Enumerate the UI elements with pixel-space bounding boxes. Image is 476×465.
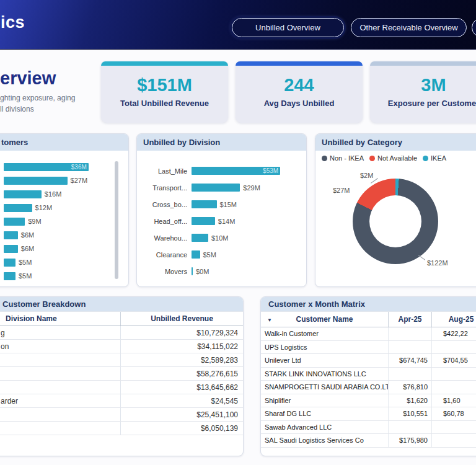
table-row[interactable]: STARK LINK INNOVATIONS LLC [261, 368, 476, 381]
donut-callout-line [418, 255, 425, 260]
page-subtitle-line1: ghting exposure, aging [0, 94, 75, 102]
aug-25-value-cell [431, 421, 476, 434]
aug-25-value-cell [431, 381, 476, 394]
column-header-aug-25[interactable]: Aug-25 [431, 312, 476, 327]
apr-25-value-cell: $1,620 [388, 394, 431, 407]
apr-25-value-cell [388, 421, 431, 434]
division-bar-chart: Last_Mile$53MTransport...$29MCross_bo...… [142, 162, 301, 280]
customer-bar-row: $36M [4, 160, 117, 174]
customer-bar[interactable] [4, 218, 25, 226]
division-bar[interactable] [192, 184, 240, 192]
aug-25-value-cell [431, 434, 476, 447]
customer-bar[interactable] [4, 190, 42, 198]
bar-value-label: $15M [220, 201, 237, 208]
unbilled-revenue-cell: $10,729,324 [120, 326, 243, 339]
legend-item[interactable]: IKEA [423, 154, 446, 162]
division-name-cell [0, 381, 120, 394]
bar-value-label: $53M [263, 167, 278, 174]
division-bar[interactable] [192, 250, 200, 259]
kpi-accent-bar [236, 61, 363, 66]
table-row[interactable]: $58,276,615 [0, 367, 243, 381]
table-row[interactable]: SAL Saudi Logistics Services Co$175,980 [261, 434, 476, 448]
table-row[interactable]: Unilever Ltd$674,745$704,55 [261, 354, 476, 368]
customer-name-cell: Shiplifier [261, 394, 388, 407]
customer-bar-row: $9M [4, 215, 117, 228]
bar-value-label: $10M [211, 234, 229, 242]
kpi-total-unbilled-revenue: $151M Total Unbilled Revenue [101, 61, 228, 123]
customer-bar-row: $5M [4, 269, 117, 283]
bar-value-label: $29M [243, 184, 260, 192]
table-row[interactable]: $6,050,139 [0, 422, 243, 435]
aug-25-value-cell [431, 368, 476, 381]
division-bar[interactable] [192, 200, 217, 208]
table-row[interactable]: Sharaf DG LLC$10,551$60,78 [261, 407, 476, 421]
vertical-scrollbar[interactable] [115, 161, 118, 279]
customer-name-cell: Sharaf DG LLC [261, 407, 388, 420]
table-row[interactable]: on$34,115,022 [0, 340, 243, 353]
bar-value-label: $5M [203, 251, 216, 259]
bar-value-label: $16M [45, 190, 62, 198]
customer-name-cell: UPS Logistics [261, 341, 388, 354]
table-header-row: Division Name Unbilled Revenue [0, 311, 243, 326]
table-row[interactable]: Shiplifier$1,620$1,60 [261, 394, 476, 408]
customer-bar[interactable]: $36M [4, 163, 89, 171]
chart-title: Unbilled by Division [143, 138, 220, 147]
division-bar-row: Cross_bo...$15M [142, 196, 301, 213]
customer-bar[interactable] [4, 204, 32, 212]
table-row[interactable]: $2,589,283 [0, 353, 243, 367]
tab-partial[interactable] [472, 18, 476, 37]
kpi-avg-days-unbilled: 244 Avg Days Unbilled [236, 61, 363, 123]
customer-bar[interactable] [4, 177, 68, 185]
customer-bar[interactable] [4, 272, 15, 280]
legend-item[interactable]: Not Available [369, 154, 417, 162]
table-row[interactable]: $25,451,100 [0, 408, 243, 422]
table-row[interactable]: $13,645,662 [0, 381, 243, 394]
division-name-cell [0, 367, 120, 380]
legend-label: IKEA [431, 154, 446, 162]
division-bar[interactable]: $53M [192, 167, 280, 175]
customer-bar[interactable] [4, 259, 15, 267]
division-bar-row: Clearance$5M [142, 246, 301, 263]
customer-bar-row: $27M [4, 174, 117, 187]
bar-value-label: $5M [19, 259, 32, 266]
category-donut-chart[interactable] [353, 179, 438, 264]
table-row[interactable]: Sawab Advanced LLC [261, 421, 476, 435]
customer-bar[interactable] [4, 245, 18, 253]
page-subtitle-line2: ll divisions [0, 105, 34, 113]
column-header-unbilled-revenue[interactable]: Unbilled Revenue [120, 312, 243, 326]
apr-25-value-cell [388, 327, 431, 340]
tab-other-receivable-overview[interactable]: Other Receivable Overview [351, 18, 467, 37]
chart-title: Unbilled by Category [322, 138, 402, 147]
matrix-table-body: Walk-in Customer$422,22UPS LogisticsUnil… [261, 327, 476, 448]
legend-swatch [322, 156, 327, 161]
table-row[interactable]: arder$24,545 [0, 394, 243, 408]
table-row[interactable]: Walk-in Customer$422,22 [261, 327, 476, 341]
division-bar[interactable] [192, 267, 193, 275]
division-bar-row: Head_off...$14M [142, 213, 301, 229]
unbilled-revenue-cell: $58,276,615 [120, 367, 243, 380]
kpi-accent-bar [101, 61, 228, 66]
division-bar[interactable] [192, 234, 208, 242]
customer-name-cell: STARK LINK INNOVATIONS LLC [261, 368, 388, 381]
table-row[interactable]: SNAMPROGETTI SAUDI ARABIA CO.LTD$76,810 [261, 381, 476, 394]
column-header-customer-name[interactable]: Customer Name [261, 312, 388, 327]
donut-label-ikea: $2M [360, 172, 373, 179]
aug-25-value-cell: $704,55 [431, 354, 476, 367]
sort-descending-icon[interactable]: ▼ [267, 317, 272, 323]
column-header-apr-25[interactable]: Apr-25 [388, 312, 431, 327]
division-bar[interactable] [192, 217, 215, 225]
division-name-cell [0, 408, 120, 421]
donut-legend: Non - IKEANot AvailableIKEA [322, 154, 446, 162]
table-row[interactable]: UPS Logistics [261, 341, 476, 355]
customer-bar[interactable] [4, 231, 18, 239]
breakdown-table-body: g$10,729,324on$34,115,022$2,589,283$58,2… [0, 326, 243, 435]
tab-unbilled-overview[interactable]: Unbilled Overview [232, 18, 344, 37]
column-header-division-name[interactable]: Division Name [0, 312, 120, 326]
kpi-accent-bar [370, 61, 476, 66]
table-row[interactable]: g$10,729,324 [0, 326, 243, 340]
bar-value-label: $9M [28, 218, 41, 225]
customer-bar-row: $6M [4, 242, 117, 255]
unbilled-revenue-cell: $6,050,139 [120, 422, 243, 435]
legend-item[interactable]: Non - IKEA [322, 154, 364, 162]
customers-bar-chart: $36M$27M$16M$12M$9M$6M$6M$5M$5M [4, 160, 117, 283]
